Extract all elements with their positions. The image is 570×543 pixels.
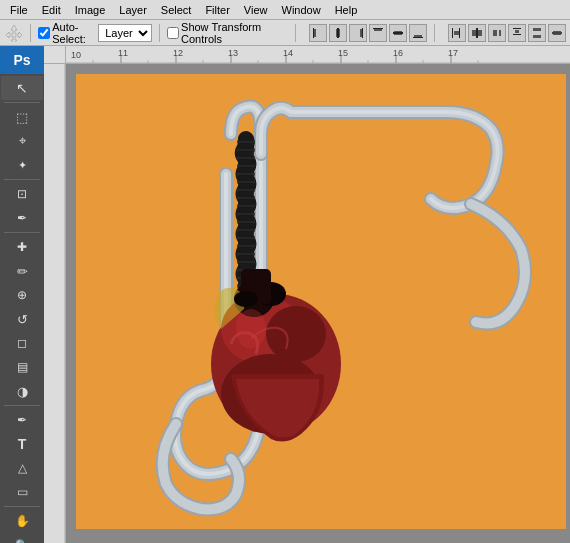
svg-rect-23 <box>515 30 519 33</box>
tool-eraser[interactable] <box>1 331 43 355</box>
left-panel: Ps <box>0 46 44 543</box>
artwork <box>76 74 566 529</box>
separator-2 <box>159 24 160 42</box>
vertical-ruler <box>44 64 66 543</box>
svg-text:11: 11 <box>118 48 128 58</box>
svg-text:14: 14 <box>283 48 293 58</box>
tool-lasso[interactable] <box>1 129 43 153</box>
tool-sep-4 <box>4 405 40 406</box>
tool-magic-wand[interactable] <box>1 153 43 177</box>
svg-rect-21 <box>513 28 521 29</box>
ps-logo: Ps <box>0 46 44 74</box>
separator-1 <box>30 24 31 42</box>
menu-help[interactable]: Help <box>329 2 364 18</box>
canvas-container: 10 11 12 13 14 15 16 17 <box>44 46 570 543</box>
menu-filter[interactable]: Filter <box>199 2 235 18</box>
menu-layer[interactable]: Layer <box>113 2 153 18</box>
distribute-right-btn[interactable] <box>488 24 506 42</box>
svg-rect-22 <box>513 34 521 35</box>
tool-shape[interactable] <box>1 480 43 504</box>
menu-image[interactable]: Image <box>69 2 112 18</box>
align-bottom-btn[interactable] <box>409 24 427 42</box>
tool-sep-5 <box>4 506 40 507</box>
auto-select-checkbox[interactable] <box>38 27 50 39</box>
svg-marker-0 <box>6 25 22 42</box>
menu-file[interactable]: File <box>4 2 34 18</box>
tool-move[interactable] <box>1 76 43 100</box>
tool-path-select[interactable] <box>1 456 43 480</box>
menu-window[interactable]: Window <box>276 2 327 18</box>
move-tool-icon <box>4 22 23 44</box>
tool-text[interactable] <box>1 432 43 456</box>
separator-3 <box>295 24 296 42</box>
svg-rect-19 <box>493 30 497 36</box>
tool-sep-1 <box>4 102 40 103</box>
menu-bar: File Edit Image Layer Select Filter View… <box>0 0 570 20</box>
tool-dodge[interactable] <box>1 379 43 403</box>
canvas[interactable] <box>76 74 566 529</box>
menu-view[interactable]: View <box>238 2 274 18</box>
svg-rect-20 <box>499 30 501 36</box>
align-left-btn[interactable] <box>309 24 327 42</box>
svg-rect-16 <box>472 30 476 36</box>
tool-sep-3 <box>4 232 40 233</box>
align-top-btn[interactable] <box>369 24 387 42</box>
svg-text:17: 17 <box>448 48 458 58</box>
tool-pen[interactable] <box>1 408 43 432</box>
svg-rect-12 <box>413 37 423 38</box>
svg-point-101 <box>236 309 266 349</box>
svg-rect-18 <box>476 28 478 38</box>
menu-edit[interactable]: Edit <box>36 2 67 18</box>
tool-heal[interactable] <box>1 235 43 259</box>
tool-history-brush[interactable] <box>1 307 43 331</box>
transform-group: Show Transform Controls <box>167 21 288 45</box>
toolbar: Auto-Select: Layer Show Transform Contro… <box>0 20 570 46</box>
distribute-center-h-btn[interactable] <box>468 24 486 42</box>
tool-crop[interactable] <box>1 182 43 206</box>
svg-rect-15 <box>454 31 459 35</box>
svg-rect-27 <box>552 32 562 34</box>
tool-zoom[interactable] <box>1 533 43 543</box>
tool-eyedropper[interactable] <box>1 206 43 230</box>
transform-label: Show Transform Controls <box>181 21 288 45</box>
tool-brush[interactable] <box>1 259 43 283</box>
horizontal-ruler: 10 11 12 13 14 15 16 17 <box>66 46 570 64</box>
svg-rect-25 <box>533 35 541 38</box>
svg-rect-6 <box>362 28 363 38</box>
tool-marquee[interactable] <box>1 105 43 129</box>
svg-rect-10 <box>393 32 403 34</box>
svg-text:15: 15 <box>338 48 348 58</box>
distribute-v-btn[interactable] <box>528 24 546 42</box>
svg-rect-13 <box>452 28 453 38</box>
align-area <box>309 24 427 42</box>
canvas-area[interactable] <box>66 64 570 543</box>
align-center-v-btn[interactable] <box>389 24 407 42</box>
svg-point-100 <box>234 291 258 307</box>
auto-select-dropdown[interactable]: Layer <box>98 24 152 42</box>
distribute-bottom-btn[interactable] <box>548 24 566 42</box>
align-center-h-btn[interactable] <box>329 24 347 42</box>
svg-text:10: 10 <box>71 50 81 60</box>
main-area: Ps <box>0 46 570 543</box>
separator-4 <box>434 24 435 42</box>
auto-select-group: Auto-Select: Layer <box>38 21 152 45</box>
svg-rect-14 <box>459 28 460 38</box>
tool-sep-2 <box>4 179 40 180</box>
auto-select-label: Auto-Select: <box>52 21 96 45</box>
svg-rect-24 <box>533 28 541 31</box>
tool-clone-stamp[interactable] <box>1 283 43 307</box>
menu-select[interactable]: Select <box>155 2 198 18</box>
distribute-left-btn[interactable] <box>448 24 466 42</box>
transform-checkbox[interactable] <box>167 27 179 39</box>
align-right-btn[interactable] <box>349 24 367 42</box>
ruler-corner <box>44 46 66 64</box>
svg-text:13: 13 <box>228 48 238 58</box>
distribute-top-btn[interactable] <box>508 24 526 42</box>
tool-hand[interactable] <box>1 509 43 533</box>
svg-rect-8 <box>373 28 383 29</box>
svg-rect-17 <box>478 30 482 36</box>
svg-text:16: 16 <box>393 48 403 58</box>
tool-gradient[interactable] <box>1 355 43 379</box>
svg-text:12: 12 <box>173 48 183 58</box>
svg-rect-4 <box>337 28 339 38</box>
